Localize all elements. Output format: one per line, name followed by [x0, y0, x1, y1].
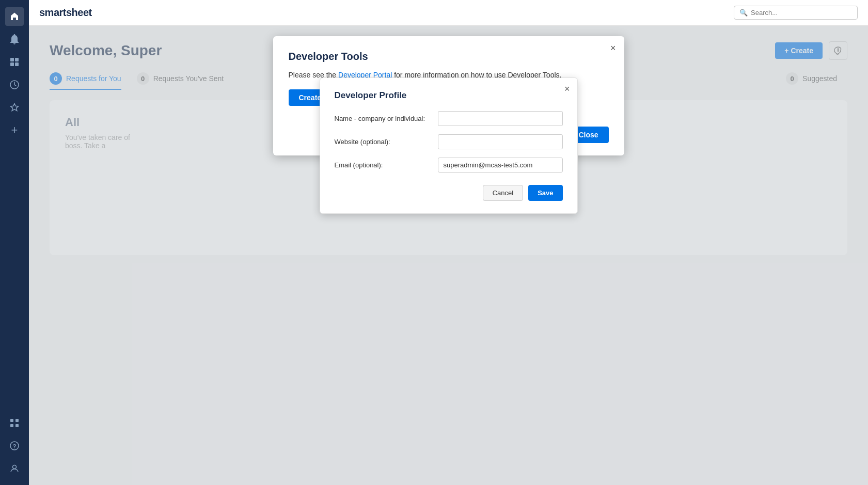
topbar: smartsheet 🔍	[29, 0, 868, 26]
name-input[interactable]	[438, 111, 563, 126]
dev-tools-modal-title: Developer Tools	[289, 51, 609, 62]
sidebar: + ?	[0, 0, 29, 485]
dev-profile-modal-title: Developer Profile	[335, 90, 563, 101]
svg-rect-7	[10, 424, 13, 427]
svg-rect-6	[15, 419, 19, 422]
svg-rect-0	[10, 58, 14, 61]
sidebar-item-help[interactable]: ?	[5, 436, 24, 455]
form-actions: Cancel Save	[335, 185, 563, 201]
sidebar-item-new[interactable]: +	[5, 121, 24, 139]
search-bar[interactable]: 🔍	[734, 6, 858, 20]
modal-backdrop: Developer Tools × Please see the Develop…	[29, 26, 868, 485]
sidebar-item-notifications[interactable]	[5, 30, 24, 49]
save-button[interactable]: Save	[528, 185, 562, 201]
name-label: Name - company or individual:	[335, 115, 438, 122]
website-input[interactable]	[438, 134, 563, 149]
website-label: Website (optional):	[335, 138, 438, 146]
dev-tools-modal-close[interactable]: ×	[610, 43, 616, 53]
topbar-right: 🔍	[734, 6, 858, 20]
svg-text:?: ?	[13, 443, 17, 449]
email-label: Email (optional):	[335, 161, 438, 169]
sidebar-item-home[interactable]	[5, 7, 24, 26]
svg-rect-2	[10, 62, 14, 66]
sidebar-item-browse[interactable]	[5, 53, 24, 71]
website-form-row: Website (optional):	[335, 134, 563, 149]
main-area: smartsheet 🔍 Welcome, Super + Create	[29, 0, 868, 485]
app-logo: smartsheet	[39, 7, 92, 19]
svg-rect-3	[15, 62, 19, 66]
sidebar-item-account[interactable]	[5, 459, 24, 478]
svg-rect-8	[15, 424, 19, 427]
email-form-row: Email (optional):	[335, 158, 563, 173]
svg-rect-1	[15, 58, 19, 61]
search-icon: 🔍	[739, 9, 748, 17]
developer-tools-modal: Developer Tools × Please see the Develop…	[273, 36, 624, 155]
search-input[interactable]	[751, 9, 852, 17]
page-content: Welcome, Super + Create 0 Requests for Y…	[29, 26, 868, 485]
sidebar-item-grid[interactable]	[5, 414, 24, 432]
developer-profile-modal: Developer Profile × Name - company or in…	[320, 77, 578, 214]
sidebar-item-recents[interactable]	[5, 75, 24, 94]
svg-rect-5	[10, 419, 13, 422]
svg-point-11	[13, 465, 17, 469]
sidebar-item-favorites[interactable]	[5, 98, 24, 117]
cancel-button[interactable]: Cancel	[483, 185, 523, 201]
email-input[interactable]	[438, 158, 563, 173]
dev-profile-modal-close[interactable]: ×	[564, 84, 570, 93]
name-form-row: Name - company or individual:	[335, 111, 563, 126]
